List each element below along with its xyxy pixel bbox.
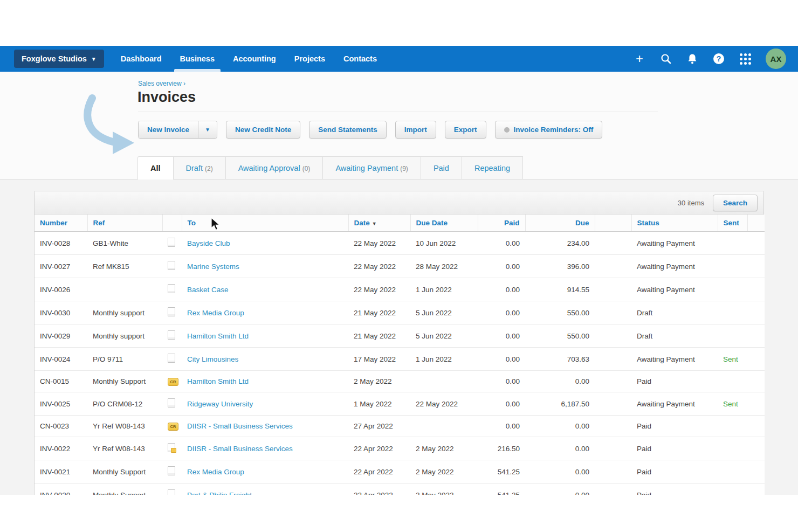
col-header-number[interactable]: Number <box>35 215 87 232</box>
table-row[interactable]: CN-0015 Monthly Support CR Hamilton Smit… <box>35 371 765 392</box>
contact-link[interactable]: Ridgeway University <box>187 400 253 408</box>
table-row[interactable]: INV-0026 Basket Case 22 May 2022 1 Jun 2… <box>35 278 765 301</box>
contact-link[interactable]: DIISR - Small Business Services <box>187 445 293 453</box>
invoice-ref: Monthly Support <box>87 483 162 495</box>
invoice-paid: 0.00 <box>478 232 525 255</box>
breadcrumb[interactable]: Sales overview › <box>138 80 798 87</box>
import-button[interactable]: Import <box>395 121 436 139</box>
table-row[interactable]: INV-0020 Monthly Support Port & Philip F… <box>35 483 765 495</box>
table-row[interactable]: INV-0030 Monthly support Rex Media Group… <box>35 301 765 324</box>
table-row[interactable]: INV-0021 Monthly Support Rex Media Group… <box>35 460 765 483</box>
new-invoice-button[interactable]: New Invoice <box>139 121 198 138</box>
end-spacer-cell <box>747 255 765 278</box>
tab-awaiting-payment[interactable]: Awaiting Payment (9) <box>322 156 421 179</box>
invoice-status: Paid <box>631 371 718 392</box>
apps-grid-icon[interactable] <box>739 53 751 65</box>
col-header-ref[interactable]: Ref <box>87 215 162 232</box>
plus-icon[interactable]: + <box>634 53 645 65</box>
doc-type-cell <box>162 278 182 301</box>
table-row[interactable]: INV-0029 Monthly support Hamilton Smith … <box>35 324 765 348</box>
tab-paid[interactable]: Paid <box>421 156 462 179</box>
page-title: Invoices <box>137 89 798 106</box>
nav-item-accounting[interactable]: Accounting <box>224 46 285 72</box>
new-credit-note-button[interactable]: New Credit Note <box>226 121 300 139</box>
org-switcher[interactable]: Foxglove Studios ▼ <box>14 50 104 68</box>
invoice-due-date: 10 Jun 2022 <box>410 232 478 255</box>
table-row[interactable]: CN-0023 Yr Ref W08-143 CR DIISR - Small … <box>35 416 765 437</box>
doc-type-cell <box>162 460 182 483</box>
contact-link[interactable]: Hamilton Smith Ltd <box>187 332 249 340</box>
contact-link[interactable]: Marine Systems <box>187 262 239 271</box>
table-row[interactable]: INV-0025 P/O CRM08-12 Ridgeway Universit… <box>35 392 765 416</box>
invoice-reminders-button[interactable]: Invoice Reminders: Off <box>495 121 603 139</box>
invoice-to-cell: Ridgeway University <box>182 392 348 416</box>
contact-link[interactable]: Rex Media Group <box>187 468 244 476</box>
nav-item-projects[interactable]: Projects <box>285 46 334 72</box>
col-header-paid[interactable]: Paid <box>478 215 525 232</box>
items-count: 30 items <box>678 199 704 207</box>
invoice-status: Paid <box>631 437 718 460</box>
doc-type-cell <box>162 483 182 495</box>
bell-icon[interactable] <box>686 53 698 65</box>
invoice-date: 17 May 2022 <box>348 348 410 371</box>
doc-type-cell <box>162 348 182 371</box>
table-toolbar: 30 items Search <box>35 191 763 215</box>
new-invoice-dropdown-caret[interactable]: ▼ <box>198 121 217 138</box>
col-header-status[interactable]: Status <box>631 215 718 232</box>
invoice-sent <box>718 437 747 460</box>
invoice-date: 1 May 2022 <box>348 392 410 416</box>
col-header-date[interactable]: Date▼ <box>348 215 410 232</box>
invoice-icon <box>168 238 175 247</box>
invoice-due: 0.00 <box>525 437 595 460</box>
invoice-due-date <box>410 416 478 437</box>
contact-link[interactable]: DIISR - Small Business Services <box>187 422 293 430</box>
avatar[interactable]: AX <box>766 49 786 69</box>
invoice-ref: Yr Ref W08-143 <box>87 416 162 437</box>
export-button[interactable]: Export <box>445 121 486 139</box>
search-icon[interactable] <box>660 53 672 65</box>
tab-draft[interactable]: Draft (2) <box>173 156 226 179</box>
contact-link[interactable]: Bayside Club <box>187 239 230 247</box>
invoice-date: 22 Apr 2022 <box>348 483 410 495</box>
invoice-status: Draft <box>631 324 718 348</box>
help-icon[interactable]: ? <box>713 53 725 65</box>
invoice-paid: 0.00 <box>478 371 525 392</box>
nav-item-business[interactable]: Business <box>171 46 224 72</box>
contact-link[interactable]: Hamilton Smith Ltd <box>187 377 249 385</box>
col-header-to[interactable]: To <box>182 215 348 232</box>
invoice-paid: 216.50 <box>478 437 525 460</box>
table-row[interactable]: INV-0022 Yr Ref W08-143 DIISR - Small Bu… <box>35 437 765 460</box>
invoice-due-date: 1 Jun 2022 <box>410 348 478 371</box>
col-header-due-date[interactable]: Due Date <box>410 215 478 232</box>
credited-invoice-icon <box>168 443 175 452</box>
send-statements-button[interactable]: Send Statements <box>309 121 387 139</box>
end-spacer-cell <box>747 483 765 495</box>
table-header-row: Number Ref To Date▼ Due Date Paid Due St… <box>35 215 765 232</box>
search-button[interactable]: Search <box>713 195 758 211</box>
nav-item-dashboard[interactable]: Dashboard <box>112 46 171 72</box>
invoice-due-date: 5 Jun 2022 <box>410 324 478 348</box>
invoice-paid: 0.00 <box>478 301 525 324</box>
invoice-to-cell: DIISR - Small Business Services <box>182 416 348 437</box>
doc-type-cell <box>162 324 182 348</box>
invoice-paid: 0.00 <box>478 278 525 301</box>
invoice-date: 22 Apr 2022 <box>348 460 410 483</box>
table-row[interactable]: INV-0024 P/O 9711 City Limousines 17 May… <box>35 348 765 371</box>
sort-caret-icon: ▼ <box>372 221 377 226</box>
contact-link[interactable]: City Limousines <box>187 355 238 363</box>
invoice-due: 6,187.50 <box>525 392 595 416</box>
col-header-due[interactable]: Due <box>525 215 595 232</box>
table-row[interactable]: INV-0027 Ref MK815 Marine Systems 22 May… <box>35 255 765 278</box>
contact-link[interactable]: Basket Case <box>187 286 229 294</box>
tab-awaiting-approval[interactable]: Awaiting Approval (0) <box>225 156 324 179</box>
nav-item-contacts[interactable]: Contacts <box>334 46 386 72</box>
tab-all[interactable]: All <box>137 156 174 179</box>
contact-link[interactable]: Rex Media Group <box>187 309 244 317</box>
end-spacer-cell <box>747 324 765 348</box>
invoice-due-date: 5 Jun 2022 <box>410 301 478 324</box>
invoice-ref: Monthly support <box>87 324 162 348</box>
contact-link[interactable]: Port & Philip Freight <box>187 491 252 495</box>
tab-repeating[interactable]: Repeating <box>462 156 523 179</box>
col-header-sent[interactable]: Sent <box>718 215 747 232</box>
table-row[interactable]: INV-0028 GB1-White Bayside Club 22 May 2… <box>35 232 765 255</box>
